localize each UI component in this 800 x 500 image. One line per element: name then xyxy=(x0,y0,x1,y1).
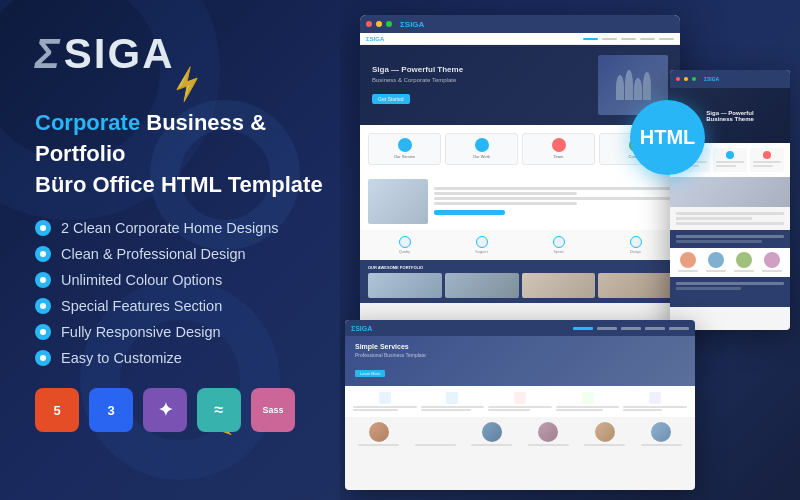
footer-line-2 xyxy=(676,287,741,290)
about-btn xyxy=(434,210,505,215)
feature-text-3: Unlimited Colour Options xyxy=(61,272,222,288)
mini-card-2: Our Work xyxy=(445,133,518,165)
bullet-icon-1 xyxy=(35,220,51,236)
why-text-4: Design xyxy=(599,250,672,255)
m3-avatar-4 xyxy=(538,422,558,442)
mockup-main: ΣSIGA ΣSIGA Siga — Powerful Theme Busine… xyxy=(360,15,680,335)
why-icon-2 xyxy=(476,236,488,248)
why-item-1: Quality xyxy=(368,236,441,255)
why-icon-3 xyxy=(553,236,565,248)
mockup3-service-1 xyxy=(353,392,417,411)
mockup3-hero: Simple Services Professional Business Te… xyxy=(345,336,695,386)
nav-item-3 xyxy=(640,38,655,40)
team-avatar-1 xyxy=(680,252,696,268)
browser-logo-2: ΣSIGA xyxy=(704,76,719,82)
why-text-2: Support xyxy=(445,250,518,255)
m3-service-icon-4 xyxy=(582,392,594,404)
why-item-2: Support xyxy=(445,236,518,255)
team-name-3 xyxy=(734,270,754,272)
bootstrap-icon: ✦ xyxy=(158,399,173,421)
m3-service-icon-5 xyxy=(649,392,661,404)
browser-bar-2: ΣSIGA xyxy=(670,70,790,88)
portfolio-item-2 xyxy=(445,273,519,298)
text-line-2 xyxy=(434,192,577,195)
m3-avatar-3 xyxy=(482,422,502,442)
mockup3-hero-title: Simple Services xyxy=(355,343,426,350)
why-text-3: Speed xyxy=(522,250,595,255)
mockup-hero: Siga — Powerful Theme Business & Corpora… xyxy=(360,45,680,125)
m3-name-2 xyxy=(415,444,456,446)
hero-subtitle: Business & Corporate Template xyxy=(372,77,463,83)
footer-line-1 xyxy=(676,282,784,285)
mockup3-service-3 xyxy=(488,392,552,411)
title-line2: Büro Office HTML Template xyxy=(35,170,325,201)
mockup3-logo: ΣSIGA xyxy=(351,325,372,332)
text-line-1 xyxy=(434,187,672,190)
nav-item-4 xyxy=(659,38,674,40)
m3-sline-2b xyxy=(421,409,472,411)
browser-dot-yellow xyxy=(376,21,382,27)
tech-badges: 5 3 ✦ ≈ Sass xyxy=(35,388,325,432)
about-text xyxy=(434,179,672,224)
sass-badge: Sass xyxy=(251,388,295,432)
team-member-2 xyxy=(704,252,729,273)
m3-name-6 xyxy=(641,444,682,446)
mini-card-text-2: Our Work xyxy=(450,154,513,160)
html5-badge: 5 xyxy=(35,388,79,432)
m3-sline-3a xyxy=(488,406,552,408)
mockup3-service-2 xyxy=(421,392,485,411)
text-line-3 xyxy=(434,197,672,200)
why-item-4: Design xyxy=(599,236,672,255)
m3-team-3 xyxy=(466,422,518,447)
mockup3-hero-content: Simple Services Professional Business Te… xyxy=(355,343,426,379)
team-name-1 xyxy=(678,270,698,272)
mockup2-line-2 xyxy=(676,217,752,220)
m3-avatar-1 xyxy=(369,422,389,442)
m3-service-icon-1 xyxy=(379,392,391,404)
m3-sline-1a xyxy=(353,406,417,408)
person-4 xyxy=(643,72,651,100)
text-line-4 xyxy=(434,202,577,205)
hero-button: Get Started xyxy=(372,94,410,104)
m3-team-6 xyxy=(636,422,688,447)
m2-icon-3 xyxy=(763,151,771,159)
person-2 xyxy=(625,70,633,100)
portfolio-label: OUR AWESOME PORTFOLIO xyxy=(368,265,672,270)
browser-dot-red xyxy=(366,21,372,27)
mockup3-header: ΣSIGA xyxy=(345,320,695,336)
mini-card-icon-3 xyxy=(552,138,566,152)
browser-dot-2-red xyxy=(676,77,680,81)
mockup2-title: Siga — Powerful xyxy=(706,110,754,116)
mockup3-team xyxy=(345,417,695,452)
hero-text: Siga — Powerful Theme Business & Corpora… xyxy=(372,65,463,105)
m3-team-5 xyxy=(579,422,631,447)
m3-avatar-2 xyxy=(425,422,445,442)
m2-line-2b xyxy=(716,165,736,167)
logo-sigma-symbol: Σ xyxy=(35,33,60,75)
nav-item-active xyxy=(583,38,598,40)
tailwind-badge: ≈ xyxy=(197,388,241,432)
css3-icon: 3 xyxy=(107,403,114,418)
team-member-1 xyxy=(676,252,701,273)
browser-dot-2-yellow xyxy=(684,77,688,81)
m3-nav-active xyxy=(573,327,593,330)
mockup-navbar: ΣSIGA xyxy=(360,33,680,45)
left-panel: Σ SIGA Corporate Business & Portfolio Bü… xyxy=(0,0,360,500)
team-name-2 xyxy=(706,270,726,272)
feature-text-2: Clean & Professional Design xyxy=(61,246,246,262)
team-avatar-3 xyxy=(736,252,752,268)
mockup2-section-2 xyxy=(670,207,790,230)
feature-item-1: 2 Clean Corporate Home Designs xyxy=(35,220,325,236)
m3-name-5 xyxy=(584,444,625,446)
m3-service-lines-2 xyxy=(421,406,485,411)
mini-card-text-1: Our Service xyxy=(373,154,436,160)
mockup2-hero-text: Siga — Powerful Business Theme xyxy=(706,110,754,122)
bullet-icon-4 xyxy=(35,298,51,314)
why-icon-4 xyxy=(630,236,642,248)
m3-sline-1b xyxy=(353,409,398,411)
m3-team-1 xyxy=(353,422,405,447)
m3-team-2 xyxy=(410,422,462,447)
m3-sline-4b xyxy=(556,409,604,411)
team-member-3 xyxy=(732,252,757,273)
mockup2-footer xyxy=(670,277,790,307)
